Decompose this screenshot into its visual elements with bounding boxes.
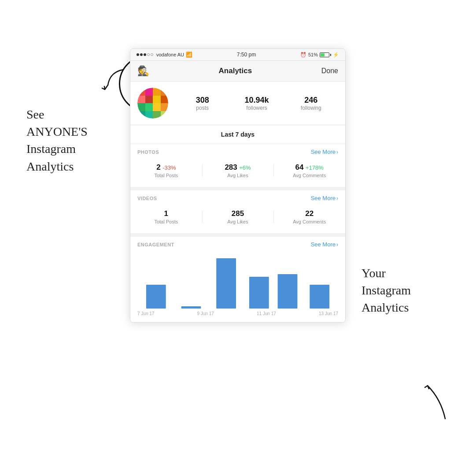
svg-rect-15 [153, 111, 161, 119]
stat-following-number: 246 [284, 96, 338, 105]
svg-rect-8 [161, 96, 168, 103]
chevron-right-icon: › [336, 149, 338, 155]
photos-avg-likes: 283 [225, 163, 237, 171]
left-line4: Analytics [26, 160, 74, 173]
svg-rect-9 [137, 103, 145, 111]
svg-rect-20 [249, 277, 269, 309]
videos-avg-comments: 22 [305, 209, 314, 218]
stat-followers-label: followers [229, 105, 284, 111]
last7-section: Last 7 days [130, 125, 345, 144]
svg-rect-6 [161, 88, 168, 96]
status-time: 7:50 pm [237, 52, 256, 58]
videos-total-label: Total Posts [130, 219, 202, 224]
signal-dot-4 [147, 53, 150, 56]
svg-rect-4 [145, 96, 153, 103]
stat-posts-label: posts [175, 105, 229, 111]
chart-label-3: 11 Jun 17 [257, 311, 276, 316]
svg-rect-18 [181, 306, 201, 309]
photos-total-change: -33% [162, 164, 176, 171]
last7-title: Last 7 days [221, 131, 255, 138]
carrier-label: vodafone AU [156, 52, 184, 57]
phone-mockup: vodafone AU 📶 7:50 pm ⏰ 51% ⚡ 🕵️ Analyti… [130, 48, 346, 323]
stat-following-label: following [284, 105, 338, 111]
svg-rect-11 [137, 111, 145, 119]
photos-likes-label: Avg Likes [202, 173, 274, 178]
svg-rect-14 [161, 103, 168, 111]
photos-stats: 2 -33% Total Posts 283 +6% Avg Likes 64 … [130, 159, 345, 187]
chart-labels: 7 Jun 17 9 Jun 17 11 Jun 17 13 Jun 17 [130, 309, 345, 316]
spy-icon: 🕵️ [137, 65, 149, 77]
videos-comments-label: Avg Comments [273, 219, 345, 224]
photos-see-more-label: See More [311, 149, 336, 155]
videos-title: VIDEOS [137, 196, 157, 201]
alarm-icon: ⏰ [300, 52, 306, 58]
right-arrow-icon [414, 377, 454, 421]
engagement-section: ENGAGEMENT See More › [130, 237, 345, 322]
signal-dot-1 [137, 53, 139, 56]
right-line2: Instagram [362, 283, 411, 297]
svg-rect-16 [161, 111, 168, 119]
svg-rect-17 [146, 285, 166, 309]
left-annotation: See ANYONE'S Instagram Analytics [26, 106, 114, 175]
profile-avatar [137, 88, 168, 119]
photos-stat-total: 2 -33% Total Posts [130, 160, 202, 181]
stat-following: 246 following [284, 96, 338, 111]
chart-svg [137, 256, 338, 309]
videos-see-more[interactable]: See More › [311, 195, 338, 201]
chart-label-4: 13 Jun 17 [319, 311, 338, 316]
chevron-right-icon-3: › [336, 242, 338, 248]
signal-dots [137, 53, 153, 56]
videos-stats: 1 Total Posts 285 Avg Likes 22 Avg Comme… [130, 205, 345, 233]
photos-stat-likes: 283 +6% Avg Likes [202, 160, 274, 181]
svg-rect-13 [153, 103, 161, 111]
videos-total-posts: 1 [164, 209, 168, 218]
wifi-icon: 📶 [186, 52, 192, 58]
left-arrow-icon [97, 65, 132, 100]
signal-dot-2 [140, 53, 143, 56]
status-right: ⏰ 51% ⚡ [300, 52, 339, 58]
photos-avg-comments: 64 [295, 163, 304, 171]
status-left: vodafone AU 📶 [137, 52, 192, 58]
status-bar: vodafone AU 📶 7:50 pm ⏰ 51% ⚡ [130, 49, 345, 61]
svg-rect-7 [153, 96, 161, 103]
engagement-see-more[interactable]: See More › [311, 241, 338, 248]
engagement-see-more-label: See More [311, 241, 336, 248]
right-line3: Analytics [362, 301, 409, 314]
svg-rect-2 [145, 88, 153, 96]
svg-rect-22 [310, 285, 329, 309]
avatar-svg [137, 88, 168, 119]
left-line3: Instagram [26, 142, 76, 156]
chart-label-1: 7 Jun 17 [137, 311, 154, 316]
svg-rect-21 [278, 274, 298, 309]
bolt-icon: ⚡ [333, 52, 339, 58]
svg-rect-1 [137, 88, 145, 96]
photos-title: PHOTOS [137, 149, 159, 155]
profile-stats: 308 posts 10.94k followers 246 following [175, 96, 338, 111]
signal-dot-3 [144, 53, 146, 56]
chevron-right-icon-2: › [336, 195, 338, 201]
photos-section: PHOTOS See More › 2 -33% Total Posts 283… [130, 144, 345, 190]
photos-total-label: Total Posts [130, 173, 202, 178]
done-button[interactable]: Done [321, 67, 338, 75]
svg-rect-12 [145, 111, 153, 119]
videos-stat-likes: 285 Avg Likes [202, 207, 274, 227]
right-line1: Your [362, 266, 386, 280]
engagement-chart [130, 251, 345, 309]
stat-posts: 308 posts [175, 96, 229, 111]
nav-bar: 🕵️ Analytics Done [130, 61, 345, 82]
stat-posts-number: 308 [175, 96, 229, 105]
svg-rect-10 [145, 103, 153, 111]
left-line1: See [26, 108, 44, 121]
left-line2: ANYONE'S [26, 125, 88, 138]
photos-total-posts: 2 [156, 163, 160, 171]
battery-pct: 51% [308, 52, 318, 57]
photos-header: PHOTOS See More › [130, 144, 345, 159]
photos-see-more[interactable]: See More › [311, 149, 338, 155]
stat-followers-number: 10.94k [229, 96, 284, 105]
videos-likes-label: Avg Likes [202, 219, 274, 224]
photos-comments-label: Avg Comments [273, 173, 345, 178]
photos-likes-change: +6% [239, 164, 251, 171]
videos-section: VIDEOS See More › 1 Total Posts 285 Avg … [130, 190, 345, 237]
videos-see-more-label: See More [311, 195, 336, 201]
stat-followers: 10.94k followers [229, 96, 284, 111]
